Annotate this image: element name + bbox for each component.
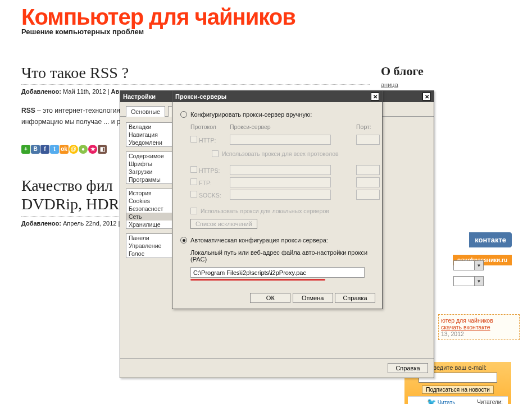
- proxy-titlebar[interactable]: Прокси-серверы ✕: [172, 91, 382, 102]
- http-port-input: [356, 135, 380, 145]
- nav-item[interactable]: Панели: [126, 234, 172, 242]
- cancel-button[interactable]: Отмена: [293, 293, 333, 303]
- share-green-icon[interactable]: ●: [79, 145, 88, 154]
- th-port: Порт:: [356, 123, 384, 134]
- sidebar-news-frag: ютер для чайников скачать вконтакте 13, …: [438, 314, 520, 340]
- socks-server-input: [230, 190, 331, 200]
- nav-item[interactable]: Навигация: [126, 131, 172, 139]
- frag-date: 13, 2012: [441, 330, 517, 337]
- settings-help-button[interactable]: Справка: [388, 363, 428, 373]
- ok-icon[interactable]: ok: [60, 145, 69, 154]
- settings-sidebar: Вкладки Навигация Уведомлени Содержимое …: [126, 122, 173, 352]
- th-server: Прокси-сервер: [230, 123, 356, 134]
- nav-item[interactable]: Cookies: [126, 197, 172, 205]
- site-title: Компьютер для чайников: [21, 4, 511, 30]
- th-protocol: Протокол: [190, 123, 230, 134]
- pac-path-input[interactable]: [190, 267, 365, 278]
- nav-item[interactable]: Содержимое: [126, 152, 172, 160]
- nav-item[interactable]: История: [126, 189, 172, 197]
- frag-title[interactable]: ютер для чайников: [441, 317, 517, 324]
- checkbox-socks: [190, 191, 197, 198]
- misc-icon[interactable]: ◧: [98, 145, 107, 154]
- checkbox-same: [212, 150, 219, 157]
- ftp-server-input: [230, 177, 331, 187]
- nav-item[interactable]: Хранилище: [126, 221, 172, 228]
- radio-icon[interactable]: [180, 111, 187, 118]
- https-server-input: [230, 165, 331, 175]
- nav-item-network[interactable]: Сеть: [126, 213, 172, 221]
- radio-manual-label: Конфигурировать прокси-сервер вручную:: [190, 111, 312, 118]
- radio-manual-row[interactable]: Конфигурировать прокси-сервер вручную:: [180, 111, 374, 118]
- added-label: Добавленоо:: [21, 88, 61, 95]
- settings-title: Настройки: [123, 93, 156, 100]
- checkbox-local: [190, 208, 197, 214]
- proxy-table: Протокол Прокси-сервер Порт: HTTP: Испол…: [190, 123, 384, 201]
- chevron-down-icon: ▼: [474, 277, 483, 286]
- checkbox-http: [190, 136, 197, 143]
- rss-strong: RSS: [21, 107, 35, 114]
- exclusions-button: Список исключений: [190, 219, 257, 229]
- sidebar-heading: О блоге: [381, 64, 511, 79]
- facebook-icon[interactable]: f: [40, 145, 49, 154]
- post-date: Май 11th, 2012: [63, 88, 106, 95]
- vk-icon[interactable]: В: [31, 145, 40, 154]
- socks-port-input: [356, 190, 380, 200]
- subscribe-button[interactable]: Подписаться на новости: [422, 385, 494, 394]
- nav-item[interactable]: Уведомлени: [126, 139, 172, 146]
- proxy-window: Прокси-серверы ✕ Конфигурировать прокси-…: [172, 90, 383, 309]
- chevron-down-icon: ▼: [474, 261, 483, 270]
- close-icon[interactable]: ✕: [371, 93, 379, 100]
- radio-auto-row[interactable]: Автоматическая конфигурация прокси-серве…: [180, 237, 374, 244]
- post-title[interactable]: Что такое RSS ?: [21, 64, 370, 85]
- checkbox-ftp: [190, 178, 197, 185]
- follower-count: Читатели: 27: [473, 399, 507, 404]
- radio-auto-label: Автоматическая конфигурация прокси-серве…: [190, 237, 328, 244]
- star-icon[interactable]: ★: [88, 145, 97, 154]
- mailru-icon[interactable]: @: [69, 145, 78, 154]
- frag-link[interactable]: скачать вконтакте: [441, 324, 490, 330]
- vk-badge[interactable]: контакте: [469, 232, 512, 247]
- dropdown-2[interactable]: ▼: [453, 276, 484, 286]
- dropdown-1[interactable]: ▼: [453, 260, 484, 270]
- nav-item[interactable]: Вкладки: [126, 123, 172, 131]
- twitter-bird-icon: 🐦: [427, 398, 436, 404]
- proxy-title: Прокси-серверы: [175, 93, 226, 100]
- nav-item[interactable]: Шрифты: [126, 160, 172, 168]
- close-icon[interactable]: ✕: [422, 93, 431, 100]
- red-underline-annotation: [190, 279, 325, 281]
- proxy-help-button[interactable]: Справка: [335, 293, 375, 303]
- pac-label: Локальный путь или веб-адрес файла авто-…: [190, 249, 374, 263]
- author-label-trunc: Ав: [111, 88, 120, 95]
- http-server-input: [230, 135, 331, 145]
- nav-item[interactable]: Безопасност: [126, 205, 172, 213]
- https-port-input: [356, 165, 380, 175]
- same-label: Использовать прокси для всех протоколов: [222, 150, 339, 157]
- twitter-icon[interactable]: t: [50, 145, 59, 154]
- sidebar-link-frag[interactable]: аница: [381, 81, 398, 88]
- nav-item[interactable]: Загрузки: [126, 168, 172, 176]
- local-label: Использовать прокси для локальных сервер…: [201, 208, 329, 214]
- ftp-port-input: [356, 177, 380, 187]
- nav-item[interactable]: Голос: [126, 250, 172, 258]
- ok-button[interactable]: ОК: [250, 293, 290, 303]
- checkbox-https: [190, 166, 197, 173]
- nav-item[interactable]: Управление: [126, 242, 172, 250]
- tab-main[interactable]: Основные: [126, 106, 165, 117]
- radio-icon[interactable]: [180, 237, 187, 244]
- share-add-icon[interactable]: +: [21, 145, 30, 154]
- nav-item[interactable]: Программы: [126, 176, 172, 183]
